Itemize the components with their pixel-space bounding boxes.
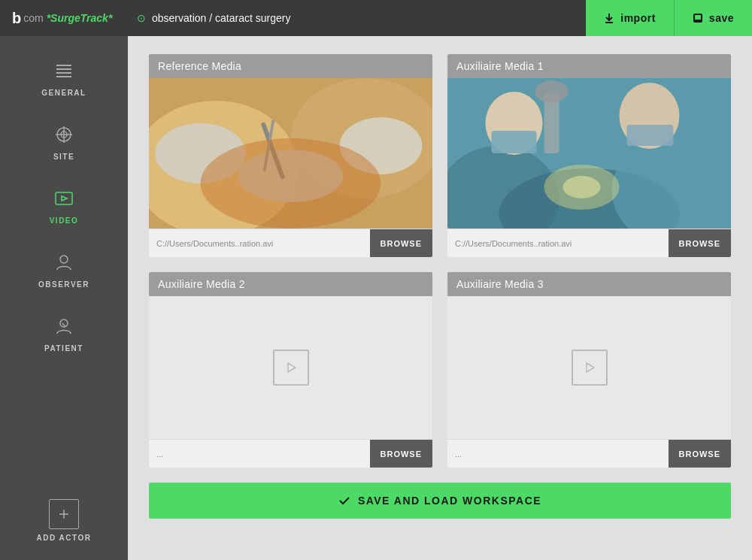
toolbar-buttons: import save [586, 0, 752, 36]
save-load-label: SAVE AND LOAD WORKSPACE [358, 495, 541, 507]
sidebar-item-site[interactable]: SITE [0, 107, 128, 171]
main-layout: GENERAL SITE VIDEO [0, 36, 752, 560]
aux2-media-title: Auxiliaire Media 2 [149, 272, 432, 296]
ref-media-filepath: C://Users/Documents..ration.avi [149, 239, 370, 248]
patient-label: PATIENT [44, 344, 83, 353]
sidebar-item-video[interactable]: VIDEO [0, 171, 128, 235]
aux1-media-browse-button[interactable]: BROWSE [669, 229, 732, 257]
observer-label: OBSERVER [38, 280, 89, 289]
ref-media-browse-button[interactable]: BROWSE [370, 229, 433, 257]
logo-com: com [23, 12, 43, 24]
add-actor-icon [49, 499, 79, 529]
sidebar-item-general[interactable]: GENERAL [0, 44, 128, 107]
site-icon [50, 121, 77, 148]
svg-marker-40 [288, 363, 296, 372]
svg-point-37 [535, 80, 569, 103]
logo-surge: *SurgeTrack* [47, 12, 113, 24]
svg-marker-13 [62, 196, 67, 201]
svg-point-27 [201, 138, 381, 229]
video-label: VIDEO [50, 216, 79, 225]
save-label: save [709, 12, 734, 24]
svg-rect-33 [492, 131, 537, 153]
media-card-ref: Reference Media [149, 54, 432, 257]
aux1-media-thumbnail [447, 78, 731, 229]
svg-point-14 [60, 256, 68, 263]
aux2-media-thumbnail [149, 296, 432, 439]
observer-icon [50, 249, 77, 276]
content-area: Reference Media [128, 36, 752, 560]
import-button[interactable]: import [586, 0, 674, 36]
aux2-media-browse-button[interactable]: BROWSE [370, 440, 433, 468]
topbar: b com *SurgeTrack* ⊙ observation / catar… [0, 0, 752, 36]
aux3-media-thumbnail [447, 296, 731, 439]
logo-area: b com *SurgeTrack* [0, 10, 128, 27]
svg-rect-12 [56, 192, 72, 204]
media-card-aux2: Auxiliaire Media 2 ... BROWSE [149, 272, 432, 468]
site-label: SITE [53, 153, 74, 161]
general-label: GENERAL [41, 89, 86, 97]
sidebar-item-add-actor[interactable]: ADD ACTOR [0, 484, 128, 560]
aux1-media-title: Auxiliaire Media 1 [447, 54, 731, 78]
aux3-media-browse-button[interactable]: BROWSE [669, 440, 732, 468]
breadcrumb: observation / cataract surgery [152, 12, 290, 24]
svg-rect-35 [627, 125, 674, 146]
aux3-media-title: Auxiliaire Media 3 [447, 272, 731, 296]
logo-b: b [12, 10, 20, 27]
ref-media-footer: C://Users/Documents..ration.avi BROWSE [149, 229, 432, 257]
aux2-media-footer: ... BROWSE [149, 439, 432, 468]
video-icon [50, 185, 77, 212]
patient-icon [50, 313, 77, 340]
sidebar-item-patient[interactable]: PATIENT [0, 299, 128, 363]
sidebar: GENERAL SITE VIDEO [0, 36, 128, 560]
aux1-media-footer: C://Users/Documents..ration.avi BROWSE [447, 229, 731, 257]
svg-point-39 [563, 176, 601, 198]
save-load-workspace-button[interactable]: SAVE AND LOAD WORKSPACE [149, 483, 731, 519]
aux1-media-filepath: C://Users/Documents..ration.avi [447, 239, 669, 248]
svg-marker-41 [587, 363, 594, 372]
breadcrumb-icon: ⊙ [137, 12, 146, 24]
ref-media-title: Reference Media [149, 54, 432, 78]
general-icon [50, 57, 77, 84]
aux2-media-filepath: ... [149, 450, 370, 459]
sidebar-item-observer[interactable]: OBSERVER [0, 235, 128, 299]
aux3-media-footer: ... BROWSE [447, 439, 731, 468]
breadcrumb-area: ⊙ observation / cataract surgery [128, 12, 586, 24]
media-grid: Reference Media [149, 54, 731, 468]
media-card-aux1: Auxiliaire Media 1 [447, 54, 731, 257]
import-label: import [620, 12, 656, 24]
play-icon-aux2 [273, 350, 309, 386]
add-actor-label: ADD ACTOR [37, 534, 92, 542]
aux3-media-filepath: ... [447, 450, 669, 459]
media-card-aux3: Auxiliaire Media 3 ... BROWSE [447, 272, 731, 468]
play-icon-aux3 [572, 350, 608, 386]
ref-media-thumbnail [149, 78, 432, 229]
save-button[interactable]: save [674, 0, 752, 36]
